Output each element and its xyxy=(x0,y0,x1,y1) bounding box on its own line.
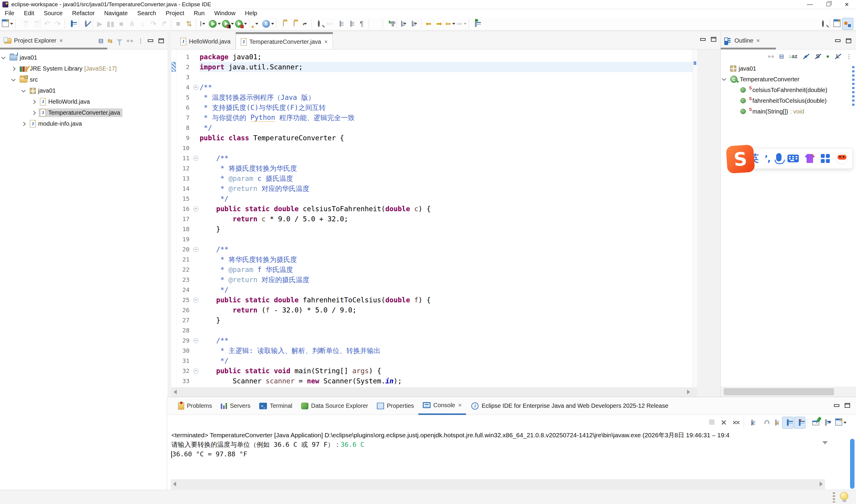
scroll-right-icon[interactable] xyxy=(820,482,823,486)
open-perspective-button[interactable]: ★ xyxy=(832,18,842,30)
close-icon[interactable]: × xyxy=(59,37,63,44)
notification-lightbulb-icon[interactable] xyxy=(840,492,848,500)
dropdown-arrow-icon[interactable] xyxy=(255,23,258,25)
chevron-right-icon[interactable] xyxy=(11,67,16,71)
tree-item-src[interactable]: src xyxy=(0,74,167,85)
save-all-button[interactable] xyxy=(28,18,38,30)
chevron-right-icon[interactable] xyxy=(32,110,36,115)
terminate-button[interactable] xyxy=(707,417,717,428)
code-line-12[interactable]: 12 * 将摄氏度转换为华氏度 xyxy=(176,163,693,173)
dropdown-arrow-icon[interactable] xyxy=(464,23,467,25)
punctuation-icon[interactable]: ’, xyxy=(765,154,770,164)
code-editor[interactable]: 1package java01;2import java.util.Scanne… xyxy=(171,50,697,387)
mark-occurrences-button[interactable] xyxy=(300,18,310,30)
dropdown-arrow-icon[interactable] xyxy=(244,23,247,25)
chevron-down-icon[interactable] xyxy=(722,76,726,81)
dropdown-arrow-icon[interactable] xyxy=(231,23,234,25)
tree-item-temperatureconverter-java[interactable]: JTemperatureConverter.java xyxy=(0,107,167,118)
skin-icon[interactable] xyxy=(805,154,815,163)
forward-history-button[interactable]: ➡ xyxy=(456,18,467,30)
dropdown-arrow-icon[interactable] xyxy=(843,422,846,424)
code-line-1[interactable]: 1package java01; xyxy=(176,52,693,62)
minimize-editor-icon[interactable] xyxy=(700,38,706,41)
focus-group-icon[interactable]: ●● xyxy=(126,37,133,44)
fold-collapse-icon[interactable]: − xyxy=(193,338,198,343)
drag-handle[interactable] xyxy=(833,492,835,503)
next-annotation-button[interactable]: ↓ xyxy=(398,18,409,30)
code-line-14[interactable]: 14 * @return 对应的华氏温度 xyxy=(176,183,693,194)
remove-all-terminated-button[interactable]: ✕✕ xyxy=(730,417,741,428)
tab-outline[interactable]: Outline × xyxy=(721,32,764,50)
export-button[interactable] xyxy=(289,18,300,30)
menu-project[interactable]: Project xyxy=(161,9,189,17)
fold-collapse-icon[interactable]: − xyxy=(193,85,198,90)
minimize-view-icon[interactable] xyxy=(834,404,839,407)
menu-file[interactable]: File xyxy=(0,9,19,17)
code-line-2[interactable]: 2import java.util.Scanner; xyxy=(176,62,693,72)
minimize-button[interactable]: — xyxy=(801,0,819,9)
code-line-7[interactable]: 7 * 与你提供的 Python 程序功能、逻辑完全一致 xyxy=(176,113,693,123)
collapse-all-icon[interactable]: ⊟ xyxy=(779,53,784,60)
step-into-button[interactable]: ↓ xyxy=(137,18,148,30)
close-icon[interactable]: × xyxy=(324,38,328,45)
disconnect-button[interactable]: ⋔ xyxy=(127,18,137,30)
chevron-down-icon[interactable] xyxy=(11,77,16,81)
tab-servers[interactable]: Servers xyxy=(216,397,255,415)
fold-collapse-icon[interactable]: − xyxy=(193,298,198,303)
redo-button[interactable]: ↷ xyxy=(52,18,63,30)
save-button[interactable] xyxy=(17,18,28,30)
last-edit-location-button[interactable]: ⚑ xyxy=(470,18,481,30)
scroll-left-icon[interactable] xyxy=(174,390,177,394)
keyboard-icon[interactable] xyxy=(787,155,799,162)
menu-edit[interactable]: Edit xyxy=(19,9,39,17)
maximize-editor-icon[interactable] xyxy=(711,37,716,42)
chevron-down-icon[interactable] xyxy=(21,88,25,92)
overview-ruler[interactable] xyxy=(693,50,697,387)
annotation-ruler[interactable] xyxy=(171,50,176,387)
step-return-button[interactable]: ↱ xyxy=(159,18,170,30)
tree-item-java01[interactable]: java01 xyxy=(0,85,167,96)
editor-horizontal-scrollbar[interactable] xyxy=(171,387,697,397)
tree-item-temperatureconverter[interactable]: CTemperatureConverter xyxy=(721,74,856,85)
maximize-view-icon[interactable] xyxy=(846,38,851,43)
code-line-20[interactable]: 20− /** xyxy=(176,244,693,254)
tree-item-java01[interactable]: java01 xyxy=(721,63,856,74)
code-line-32[interactable]: 32− public static void main(String[] arg… xyxy=(176,366,693,376)
display-selected-console-button[interactable] xyxy=(823,417,833,428)
maximize-view-icon[interactable] xyxy=(159,38,164,43)
terminate-button[interactable]: ■ xyxy=(116,18,127,30)
new-wizard-button[interactable]: ★ xyxy=(1,18,14,30)
dropdown-arrow-icon[interactable] xyxy=(828,422,831,424)
show-console-stdout-button[interactable] xyxy=(782,417,793,428)
undo-button[interactable]: ↶ xyxy=(42,18,52,30)
code-line-9[interactable]: 9public class TemperatureConverter { xyxy=(176,133,693,143)
focus-group-icon[interactable]: ●● xyxy=(767,53,774,59)
faded-pair-button[interactable]: ●● xyxy=(324,18,335,30)
code-line-18[interactable]: 18 } xyxy=(176,224,693,234)
toolbox-icon[interactable] xyxy=(821,154,830,163)
menu-source[interactable]: Source xyxy=(39,9,67,17)
minimize-view-icon[interactable] xyxy=(148,39,153,42)
filter-icon[interactable] xyxy=(117,39,122,42)
code-line-31[interactable]: 31 */ xyxy=(176,356,693,366)
tab-properties[interactable]: Properties xyxy=(372,397,418,415)
skip-all-breakpoints-button[interactable] xyxy=(81,18,91,30)
hide-local-types-icon[interactable]: L xyxy=(834,53,841,59)
code-line-5[interactable]: 5 * 温度转换器示例程序（Java 版） xyxy=(176,92,693,103)
next-edit-button[interactable] xyxy=(335,18,345,30)
launch-configurations-button[interactable]: ≡ xyxy=(173,18,183,30)
word-wrap-button[interactable]: ↩ xyxy=(770,417,781,428)
scroll-down-icon[interactable] xyxy=(822,441,828,445)
hide-static-icon[interactable]: S xyxy=(814,53,821,59)
scroll-right-icon[interactable] xyxy=(687,390,690,394)
new-service-wizard-button[interactable]: S xyxy=(262,18,275,30)
back-history-button[interactable]: ⬅ xyxy=(445,18,456,30)
code-line-28[interactable]: 28 xyxy=(176,325,693,336)
coverage-button[interactable] xyxy=(221,18,234,30)
code-line-15[interactable]: 15 */ xyxy=(176,194,693,204)
step-over-button[interactable]: ↷ xyxy=(148,18,159,30)
user-profile-button[interactable] xyxy=(385,18,395,30)
open-task-button[interactable] xyxy=(67,18,77,30)
tree-item-java01[interactable]: java01 xyxy=(0,52,167,63)
tree-item-celsiustofahrenheit-double-[interactable]: ScelsiusToFahrenheit(double) xyxy=(721,85,856,95)
